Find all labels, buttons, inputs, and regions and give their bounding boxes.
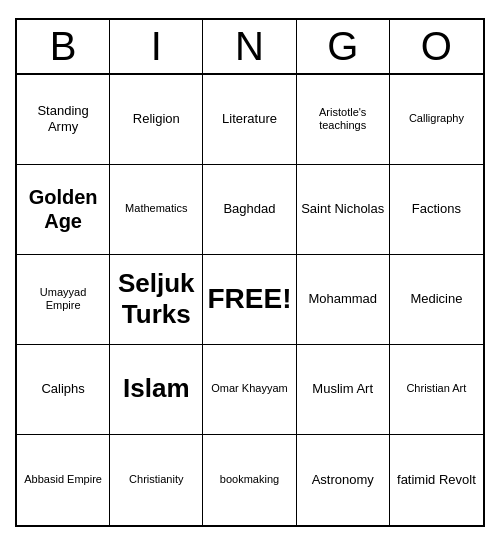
bingo-cell: Caliphs bbox=[17, 345, 110, 435]
bingo-cell: Standing Army bbox=[17, 75, 110, 165]
bingo-cell: Baghdad bbox=[203, 165, 296, 255]
bingo-cell: fatimid Revolt bbox=[390, 435, 483, 525]
bingo-grid: Standing ArmyReligionLiteratureAristotle… bbox=[17, 75, 483, 525]
bingo-cell: Islam bbox=[110, 345, 203, 435]
bingo-cell: Umayyad Empire bbox=[17, 255, 110, 345]
bingo-cell: Christian Art bbox=[390, 345, 483, 435]
bingo-cell: Astronomy bbox=[297, 435, 390, 525]
bingo-cell: Literature bbox=[203, 75, 296, 165]
bingo-cell: Christianity bbox=[110, 435, 203, 525]
bingo-letter: G bbox=[297, 20, 390, 73]
bingo-cell: Seljuk Turks bbox=[110, 255, 203, 345]
bingo-cell: Medicine bbox=[390, 255, 483, 345]
bingo-cell: Religion bbox=[110, 75, 203, 165]
bingo-letter: B bbox=[17, 20, 110, 73]
bingo-letter: I bbox=[110, 20, 203, 73]
bingo-letter: O bbox=[390, 20, 483, 73]
bingo-cell: Golden Age bbox=[17, 165, 110, 255]
bingo-cell: Factions bbox=[390, 165, 483, 255]
bingo-letter: N bbox=[203, 20, 296, 73]
bingo-cell: bookmaking bbox=[203, 435, 296, 525]
bingo-cell: Mathematics bbox=[110, 165, 203, 255]
bingo-cell: Mohammad bbox=[297, 255, 390, 345]
bingo-cell: Omar Khayyam bbox=[203, 345, 296, 435]
bingo-cell: Saint Nicholas bbox=[297, 165, 390, 255]
bingo-cell: Muslim Art bbox=[297, 345, 390, 435]
bingo-header: BINGO bbox=[17, 20, 483, 75]
bingo-cell: Calligraphy bbox=[390, 75, 483, 165]
bingo-cell: Abbasid Empire bbox=[17, 435, 110, 525]
bingo-card: BINGO Standing ArmyReligionLiteratureAri… bbox=[15, 18, 485, 527]
bingo-cell: Aristotle's teachings bbox=[297, 75, 390, 165]
bingo-cell: FREE! bbox=[203, 255, 296, 345]
